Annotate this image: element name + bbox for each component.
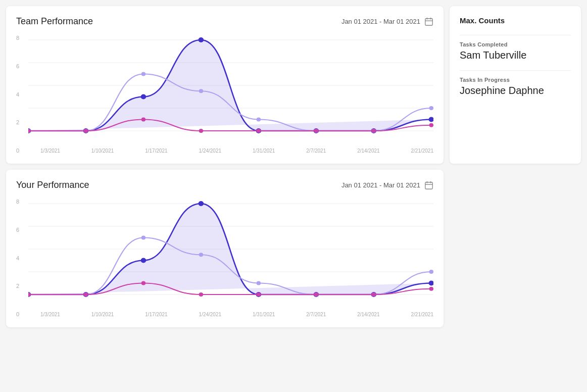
svg-point-11 [141, 94, 146, 100]
your-date-range[interactable]: Jan 01 2021 - Mar 01 2021 [341, 181, 433, 190]
team-date-range-text: Jan 01 2021 - Mar 01 2021 [341, 18, 420, 25]
svg-rect-33 [425, 182, 432, 189]
team-calendar-icon[interactable] [424, 17, 433, 26]
svg-point-52 [141, 236, 145, 240]
divider-1 [460, 35, 571, 35]
divider-2 [460, 70, 571, 71]
main-layout: Team Performance Jan 01 2021 - Mar 01 20… [6, 6, 581, 327]
tasks-in-progress-label: Tasks In Progress [460, 77, 571, 83]
your-chart-wrapper: 8 6 4 2 0 [16, 199, 433, 317]
team-chart-svg [28, 35, 433, 146]
svg-point-45 [199, 201, 204, 206]
tasks-completed-value: Sam Tuberville [460, 50, 571, 61]
team-chart-container [28, 35, 433, 146]
your-card-header: Your Performance Jan 01 2021 - Mar 01 20… [16, 180, 433, 190]
tasks-completed-label: Tasks Completed [460, 41, 571, 47]
your-date-range-text: Jan 01 2021 - Mar 01 2021 [341, 181, 420, 189]
svg-point-26 [84, 129, 88, 133]
svg-point-53 [199, 253, 203, 257]
svg-point-44 [141, 258, 146, 263]
tasks-in-progress-value: Josephine Daphne [460, 85, 571, 96]
svg-point-28 [199, 129, 203, 133]
svg-point-64 [372, 292, 376, 297]
svg-point-12 [199, 37, 204, 42]
team-chart-title: Team Performance [16, 16, 93, 27]
svg-point-59 [84, 292, 88, 297]
tasks-in-progress-section: Tasks In Progress Josephine Daphne [460, 77, 571, 96]
svg-point-24 [429, 106, 433, 110]
svg-point-27 [141, 118, 145, 122]
svg-point-57 [429, 270, 433, 274]
svg-point-62 [257, 292, 261, 297]
svg-point-60 [141, 281, 145, 285]
team-y-axis: 8 6 4 2 0 [16, 35, 19, 154]
your-performance-card: Your Performance Jan 01 2021 - Mar 01 20… [6, 170, 444, 327]
your-x-labels: 1/3/2021 1/10/2021 1/17/2021 1/24/2021 1… [28, 312, 433, 317]
team-chart-wrapper: 8 6 4 2 0 [16, 35, 433, 154]
svg-point-30 [314, 129, 318, 133]
svg-point-20 [199, 89, 203, 93]
svg-point-65 [429, 287, 433, 291]
svg-point-61 [199, 292, 203, 297]
svg-rect-0 [425, 18, 432, 25]
max-counts-card: Max. Counts Tasks Completed Sam Tubervil… [450, 6, 581, 164]
svg-point-32 [429, 123, 433, 127]
svg-point-21 [257, 118, 261, 122]
svg-point-54 [257, 281, 261, 285]
svg-point-19 [141, 72, 145, 76]
team-performance-card: Team Performance Jan 01 2021 - Mar 01 20… [6, 6, 444, 164]
svg-point-31 [372, 129, 376, 133]
svg-point-16 [429, 117, 433, 122]
your-y-axis: 8 6 4 2 0 [16, 199, 19, 317]
tasks-completed-section: Tasks Completed Sam Tuberville [460, 41, 571, 61]
max-counts-title: Max. Counts [460, 16, 571, 25]
team-x-labels: 1/3/2021 1/10/2021 1/17/2021 1/24/2021 1… [28, 148, 433, 154]
team-date-range[interactable]: Jan 01 2021 - Mar 01 2021 [341, 17, 433, 26]
svg-point-63 [314, 292, 318, 297]
your-chart-title: Your Performance [16, 180, 89, 190]
your-chart-container [28, 199, 433, 310]
team-card-header: Team Performance Jan 01 2021 - Mar 01 20… [16, 16, 433, 27]
your-chart-svg [28, 199, 433, 310]
your-calendar-icon[interactable] [424, 181, 433, 190]
svg-point-49 [429, 281, 433, 286]
svg-point-29 [257, 129, 261, 133]
